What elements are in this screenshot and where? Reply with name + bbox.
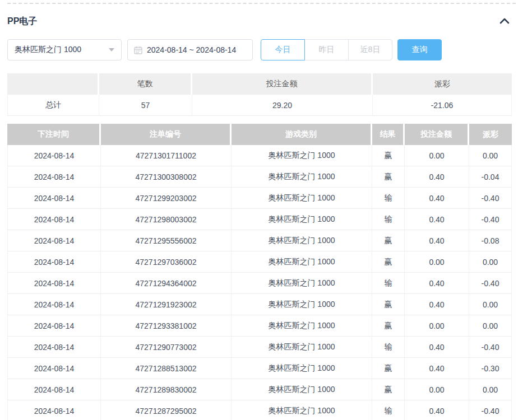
- summary-header-count: 笔数: [99, 73, 192, 95]
- cell-payout: -0.04: [469, 166, 512, 188]
- table-row: 2024-08-1447271288513002奥林匹斯之门 1000赢0.40…: [7, 358, 512, 379]
- cell-game: 奥林匹斯之门 1000: [232, 209, 372, 230]
- cell-bet: 0.40: [405, 273, 469, 294]
- cell-payout: 0.00: [469, 315, 512, 337]
- cell-bet: 0.00: [405, 379, 469, 400]
- cell-bet: 0.40: [405, 230, 469, 251]
- cell-order-no: 47271297036002: [101, 251, 232, 273]
- quick-range-group: 今日 昨日 近8日: [261, 39, 392, 60]
- quick-range-today-button[interactable]: 今日: [261, 39, 305, 60]
- cell-bet: 0.40: [405, 358, 469, 379]
- records-header-time: 下注时间: [7, 124, 101, 145]
- cell-result: 赢: [372, 230, 405, 251]
- cell-order-no: 47271288513002: [101, 358, 232, 379]
- summary-total-row: 总计 57 29.20 -21.06: [7, 95, 512, 116]
- records-header-payout: 派彩: [469, 124, 512, 145]
- cell-result: 赢: [372, 294, 405, 315]
- cell-order-no: 47271295556002: [101, 230, 232, 251]
- cell-payout: -0.40: [469, 273, 512, 294]
- cell-game: 奥林匹斯之门 1000: [232, 145, 372, 166]
- cell-order-no: 47271301711002: [101, 145, 232, 166]
- table-row: 2024-08-1447271289830002奥林匹斯之门 1000赢0.00…: [7, 379, 512, 400]
- table-row: 2024-08-1447271287295002奥林匹斯之门 1000输0.40…: [7, 400, 512, 420]
- cell-payout: -0.08: [469, 230, 512, 251]
- cell-game: 奥林匹斯之门 1000: [232, 230, 372, 251]
- cell-order-no: 47271300308002: [101, 166, 232, 188]
- cell-bet: 0.00: [405, 315, 469, 337]
- cell-order-no: 47271291923002: [101, 294, 232, 315]
- summary-header-bet-amount: 投注金额: [192, 73, 373, 95]
- cell-order-no: 47271289830002: [101, 379, 232, 400]
- records-header-order-no: 注单编号: [101, 124, 232, 145]
- cell-order-no: 47271287295002: [101, 400, 232, 420]
- records-header-bet: 投注金额: [405, 124, 469, 145]
- cell-payout: -0.40: [469, 188, 512, 209]
- cell-order-no: 47271294364002: [101, 273, 232, 294]
- cell-payout: 0.00: [469, 294, 512, 315]
- cell-bet: 0.40: [405, 209, 469, 230]
- page-title: PP电子: [7, 16, 37, 27]
- cell-time: 2024-08-14: [7, 358, 101, 379]
- cell-game: 奥林匹斯之门 1000: [232, 400, 372, 420]
- table-row: 2024-08-1447271297036002奥林匹斯之门 1000赢0.00…: [7, 251, 512, 273]
- cell-payout: -0.30: [469, 358, 512, 379]
- cell-time: 2024-08-14: [7, 294, 101, 315]
- cell-order-no: 47271299203002: [101, 188, 232, 209]
- cell-bet: 0.40: [405, 188, 469, 209]
- cell-result: 输: [372, 209, 405, 230]
- chevron-up-icon: [499, 16, 510, 26]
- cell-bet: 0.40: [405, 337, 469, 358]
- dashed-divider: [7, 3, 516, 4]
- cell-game: 奥林匹斯之门 1000: [232, 337, 372, 358]
- cell-result: 赢: [372, 166, 405, 188]
- cell-time: 2024-08-14: [7, 273, 101, 294]
- cell-bet: 0.00: [405, 251, 469, 273]
- cell-payout: 0.00: [469, 379, 512, 400]
- cell-payout: 0.00: [469, 145, 512, 166]
- cell-payout: -0.40: [469, 337, 512, 358]
- cell-time: 2024-08-14: [7, 400, 101, 420]
- cell-result: 赢: [372, 251, 405, 273]
- cell-game: 奥林匹斯之门 1000: [232, 294, 372, 315]
- summary-header-payout: 派彩: [373, 73, 512, 95]
- cell-result: 赢: [372, 145, 405, 166]
- cell-bet: 0.40: [405, 166, 469, 188]
- table-row: 2024-08-1447271298003002奥林匹斯之门 1000输0.40…: [7, 209, 512, 230]
- cell-bet: 0.40: [405, 294, 469, 315]
- date-range-value: 2024-08-14 ~ 2024-08-14: [147, 45, 236, 54]
- cell-result: 输: [372, 337, 405, 358]
- cell-time: 2024-08-14: [7, 145, 101, 166]
- quick-range-yesterday-button[interactable]: 昨日: [304, 39, 349, 60]
- cell-result: 输: [372, 400, 405, 420]
- table-row: 2024-08-1447271294364002奥林匹斯之门 1000输0.40…: [7, 273, 512, 294]
- collapse-section-button[interactable]: [499, 16, 510, 26]
- game-select[interactable]: 奥林匹斯之门 1000: [7, 39, 122, 60]
- game-select-value: 奥林匹斯之门 1000: [15, 45, 81, 55]
- quick-range-last8days-button[interactable]: 近8日: [348, 39, 392, 60]
- cell-time: 2024-08-14: [7, 188, 101, 209]
- cell-payout: 0.00: [469, 251, 512, 273]
- report-page: PP电子 奥林匹斯之门 1000 2024-08-14 ~ 2024-08-14…: [0, 0, 532, 420]
- cell-payout: -0.40: [469, 209, 512, 230]
- summary-total-bet-amount: 29.20: [192, 95, 373, 116]
- date-range-picker[interactable]: 2024-08-14 ~ 2024-08-14: [127, 39, 253, 60]
- section-header: PP电子: [7, 15, 510, 27]
- query-button[interactable]: 查询: [397, 39, 442, 60]
- filter-bar: 奥林匹斯之门 1000 2024-08-14 ~ 2024-08-14 今日 昨…: [7, 39, 532, 60]
- cell-time: 2024-08-14: [7, 337, 101, 358]
- records-header-row: 下注时间 注单编号 游戏类别 结果 投注金额 派彩: [7, 124, 512, 145]
- summary-total-payout: -21.06: [373, 95, 512, 116]
- cell-order-no: 47271290773002: [101, 337, 232, 358]
- cell-game: 奥林匹斯之门 1000: [232, 166, 372, 188]
- cell-result: 输: [372, 188, 405, 209]
- cell-game: 奥林匹斯之门 1000: [232, 379, 372, 400]
- cell-result: 赢: [372, 315, 405, 337]
- cell-payout: -0.40: [469, 400, 512, 420]
- summary-table: 笔数 投注金额 派彩 总计 57 29.20 -21.06: [7, 73, 512, 116]
- cell-time: 2024-08-14: [7, 251, 101, 273]
- cell-time: 2024-08-14: [7, 209, 101, 230]
- cell-time: 2024-08-14: [7, 315, 101, 337]
- cell-result: 赢: [372, 379, 405, 400]
- cell-game: 奥林匹斯之门 1000: [232, 358, 372, 379]
- table-row: 2024-08-1447271301711002奥林匹斯之门 1000赢0.00…: [7, 145, 512, 166]
